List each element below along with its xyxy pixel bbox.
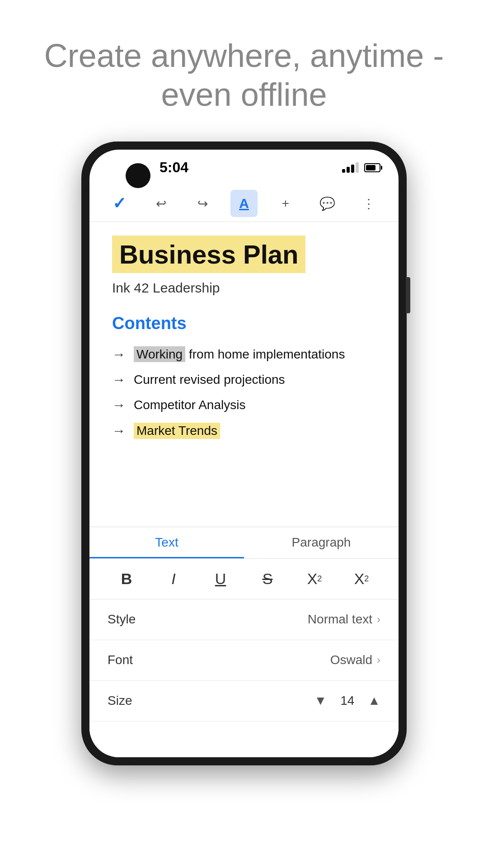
font-label: Font	[108, 653, 133, 667]
bottom-panel: Text Paragraph B I U S X2 X2 Style Norma…	[89, 527, 399, 757]
check-button[interactable]: ✓	[106, 190, 133, 217]
status-icons	[342, 162, 380, 173]
size-decrease-button[interactable]: ▼	[314, 693, 327, 708]
comment-button[interactable]: 💬	[314, 190, 341, 217]
italic-button[interactable]: I	[158, 565, 189, 592]
camera-hole	[126, 163, 150, 188]
status-time: 5:04	[160, 159, 188, 176]
tab-paragraph[interactable]: Paragraph	[244, 527, 399, 558]
bold-button[interactable]: B	[111, 565, 142, 592]
style-label: Style	[108, 612, 136, 627]
font-value[interactable]: Oswald ›	[330, 653, 380, 667]
battery-fill	[366, 165, 375, 170]
arrow-icon: →	[112, 423, 126, 439]
font-row[interactable]: Font Oswald ›	[89, 640, 399, 681]
list-item: → Current revised projections	[112, 372, 376, 387]
redo-button[interactable]: ↪	[189, 190, 216, 217]
list-item: → Competitor Analysis	[112, 397, 376, 413]
side-button	[406, 277, 410, 313]
style-row[interactable]: Style Normal text ›	[89, 599, 399, 640]
panel-tabs: Text Paragraph	[89, 527, 399, 559]
document-content: Business Plan Ink 42 Leadership Contents…	[89, 222, 399, 527]
highlighted-word: Working	[134, 346, 185, 362]
hero-headline: Create anywhere, anytime - even offline	[0, 36, 488, 114]
phone-mockup: 5:04 ✓ ↩ ↪	[81, 142, 407, 765]
battery-icon	[364, 163, 380, 172]
arrow-icon: →	[112, 347, 126, 362]
subscript-button[interactable]: X2	[346, 565, 377, 592]
font-value-text: Oswald	[330, 653, 372, 667]
add-button[interactable]: +	[272, 190, 299, 217]
size-value-text: 14	[340, 693, 354, 708]
list-item: → Working from home implementations	[112, 347, 376, 362]
style-value[interactable]: Normal text ›	[308, 612, 380, 627]
doc-title: Business Plan	[119, 240, 298, 269]
phone-frame: 5:04 ✓ ↩ ↪	[81, 142, 407, 765]
chevron-right-icon: ›	[377, 654, 380, 666]
size-controls: ▼ 14 ▲	[314, 693, 380, 708]
strikethrough-button[interactable]: S	[252, 565, 283, 592]
arrow-icon: →	[112, 397, 126, 413]
highlighted-market-trends: Market Trends	[134, 423, 220, 439]
signal-icon	[342, 162, 359, 173]
doc-subtitle: Ink 42 Leadership	[112, 280, 376, 296]
toolbar: ✓ ↩ ↪ A + 💬 ⋮	[89, 186, 399, 222]
chevron-right-icon: ›	[377, 613, 380, 626]
doc-title-highlight: Business Plan	[112, 236, 305, 273]
format-buttons: B I U S X2 X2	[89, 559, 399, 599]
text-format-button[interactable]: A	[230, 190, 258, 217]
phone-screen: 5:04 ✓ ↩ ↪	[89, 150, 399, 757]
undo-button[interactable]: ↩	[147, 190, 174, 217]
doc-heading: Contents	[112, 314, 376, 333]
tab-text[interactable]: Text	[89, 527, 244, 558]
size-row: Size ▼ 14 ▲	[89, 681, 399, 722]
underline-button[interactable]: U	[205, 565, 236, 592]
size-increase-button[interactable]: ▲	[368, 693, 380, 708]
arrow-icon: →	[112, 372, 126, 387]
style-value-text: Normal text	[308, 612, 372, 627]
more-button[interactable]: ⋮	[355, 190, 382, 217]
list-item: → Market Trends	[112, 423, 376, 439]
superscript-button[interactable]: X2	[299, 565, 330, 592]
size-label: Size	[108, 693, 132, 708]
